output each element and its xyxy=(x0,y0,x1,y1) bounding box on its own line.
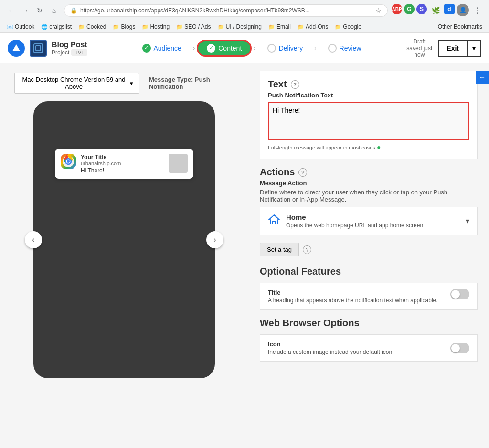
step-circle-delivery xyxy=(267,44,276,53)
home-action-icon xyxy=(268,213,280,229)
icon-feature-desc: Include a custom image instead your defa… xyxy=(268,349,445,355)
home-button[interactable]: ⌂ xyxy=(48,4,60,17)
set-tag-button[interactable]: Set a tag xyxy=(260,243,299,256)
project-subtitle: Project LIVE xyxy=(52,49,87,56)
title-toggle[interactable] xyxy=(450,289,469,299)
web-browser-icon-row: Icon Include a custom image instead your… xyxy=(260,334,478,362)
forward-button[interactable]: → xyxy=(19,4,32,17)
bookmarks-bar: 📧 Outlook 🌐 craigslist 📁 Cooked 📁 Blogs … xyxy=(0,21,489,33)
device-preview: ‹ › xyxy=(33,101,215,378)
device-dropdown-icon: ▾ xyxy=(130,80,133,87)
step-check-content: ✓ xyxy=(207,44,215,53)
web-browser-title: Web Browser Options xyxy=(260,318,478,329)
web-browser-section: Web Browser Options Icon Include a custo… xyxy=(260,318,478,362)
step-review[interactable]: Review xyxy=(319,40,371,56)
other-bookmarks[interactable]: Other Bookmarks xyxy=(435,22,485,31)
action-info: Home Opens the web homepage URL and app … xyxy=(286,213,460,229)
blogs-icon: 📁 xyxy=(113,24,119,30)
project-icon xyxy=(32,43,44,54)
bookmark-hosting[interactable]: 📁 Hosting xyxy=(139,22,172,31)
chrome-icon xyxy=(61,154,76,169)
outlook-icon: 📧 xyxy=(7,24,13,30)
exit-dropdown-button[interactable]: ▾ xyxy=(468,40,481,57)
svg-point-12 xyxy=(67,160,70,163)
bookmark-email[interactable]: 📁 Email xyxy=(266,22,294,31)
feature-title-row: Title A heading that appears above the n… xyxy=(260,283,478,310)
step-arrow-3: › xyxy=(314,44,316,52)
actions-section-title: Actions ? xyxy=(260,167,478,178)
notification-preview-card: Your Title urbanairship.com Hi There! xyxy=(55,149,193,179)
addons-icon: 📁 xyxy=(298,24,304,30)
step-circle-review xyxy=(328,44,337,53)
hosting-icon: 📁 xyxy=(142,24,149,30)
step-audience[interactable]: ✓ Audience xyxy=(133,40,191,56)
message-action-label: Message Action xyxy=(260,180,478,187)
svg-marker-13 xyxy=(269,215,279,224)
action-name: Home xyxy=(286,213,460,221)
device-label: Mac Desktop Chrome Version 59 and Above xyxy=(21,76,127,90)
google-icon: 📁 xyxy=(335,24,341,30)
airship-logo-icon xyxy=(11,43,21,53)
prev-device-button[interactable]: ‹ xyxy=(25,231,42,248)
app-header: Blog Post Project LIVE ✓ Audience › ✓ Co… xyxy=(0,33,489,63)
email-icon: 📁 xyxy=(268,24,275,30)
exit-button[interactable]: Exit xyxy=(438,40,468,57)
right-panel: ← Text ? Push Notification Text Hi There… xyxy=(248,63,489,448)
wizard-steps: ✓ Audience › ✓ Content › Delivery › Revi… xyxy=(97,40,407,57)
actions-help-icon[interactable]: ? xyxy=(298,168,307,177)
optional-features-section: Optional Features Title A heading that a… xyxy=(260,266,478,310)
action-card-home[interactable]: Home Opens the web homepage URL and app … xyxy=(260,207,478,235)
step-delivery[interactable]: Delivery xyxy=(258,40,313,56)
extension-s[interactable]: S xyxy=(416,4,427,14)
step-check-audience: ✓ xyxy=(142,44,151,53)
step-content[interactable]: ✓ Content xyxy=(197,40,252,57)
user-avatar[interactable]: 👤 xyxy=(457,4,469,16)
main-container: Mac Desktop Chrome Version 59 and Above … xyxy=(0,63,489,448)
action-expand-icon[interactable]: ▾ xyxy=(466,216,469,225)
device-selector-button[interactable]: Mac Desktop Chrome Version 59 and Above … xyxy=(14,73,139,94)
svg-marker-0 xyxy=(12,44,20,51)
bookmark-addons[interactable]: 📁 Add-Ons xyxy=(295,22,331,31)
bookmark-google[interactable]: 📁 Google xyxy=(332,22,364,31)
feature-title-desc: A heading that appears above the notific… xyxy=(268,297,445,304)
bookmark-outlook[interactable]: 📧 Outlook xyxy=(4,22,37,31)
extension-g[interactable]: G xyxy=(404,4,415,14)
menu-button[interactable]: ⋮ xyxy=(471,4,484,17)
address-bar[interactable]: 🔒 https://go.urbanairship.com/apps/dE3qA… xyxy=(64,4,388,17)
craigslist-icon: 🌐 xyxy=(41,24,48,30)
bookmark-craigslist[interactable]: 🌐 craigslist xyxy=(38,22,74,31)
project-live-badge: LIVE xyxy=(71,49,87,56)
bookmark-seo-ads[interactable]: 📁 SEO / Ads xyxy=(173,22,213,31)
project-info: Blog Post Project LIVE xyxy=(52,41,87,56)
actions-section: Actions ? Message Action Define where to… xyxy=(260,167,478,235)
svg-rect-1 xyxy=(34,44,43,53)
app-logo xyxy=(8,40,25,57)
extension-d[interactable]: d xyxy=(444,4,455,14)
bookmark-blogs[interactable]: 📁 Blogs xyxy=(110,22,138,31)
text-section-title: Text ? xyxy=(268,79,469,90)
notification-title: Your Title xyxy=(81,154,164,160)
svg-rect-2 xyxy=(36,46,41,51)
back-button[interactable]: ← xyxy=(5,4,17,17)
star-icon[interactable]: ☆ xyxy=(375,7,382,14)
bookmark-cooked[interactable]: 📁 Cooked xyxy=(75,22,109,31)
feature-title-name: Title xyxy=(268,289,445,296)
tag-help-icon[interactable]: ? xyxy=(303,245,311,254)
text-help-icon[interactable]: ? xyxy=(291,80,299,89)
step-arrow-2: › xyxy=(254,44,255,52)
extension-leaf[interactable]: 🌿 xyxy=(429,4,442,17)
push-text-input[interactable]: Hi There! xyxy=(268,102,469,140)
feature-title-info: Title A heading that appears above the n… xyxy=(268,289,445,304)
notification-image-placeholder xyxy=(169,154,188,173)
back-arrow-button[interactable]: ← xyxy=(476,71,489,84)
bookmark-ui[interactable]: 📁 UI / Designing xyxy=(215,22,265,31)
icon-toggle[interactable] xyxy=(450,343,469,353)
reload-button[interactable]: ↻ xyxy=(33,4,46,17)
next-device-button[interactable]: › xyxy=(206,231,223,248)
browser-chrome: ← → ↻ ⌂ 🔒 https://go.urbanairship.com/ap… xyxy=(0,0,489,33)
extension-abp[interactable]: ABP xyxy=(392,4,402,14)
cooked-icon: 📁 xyxy=(78,24,85,30)
icon-feature-name: Icon xyxy=(268,341,445,348)
optional-features-title: Optional Features xyxy=(260,266,478,277)
push-text-label: Push Notification Text xyxy=(268,92,469,99)
